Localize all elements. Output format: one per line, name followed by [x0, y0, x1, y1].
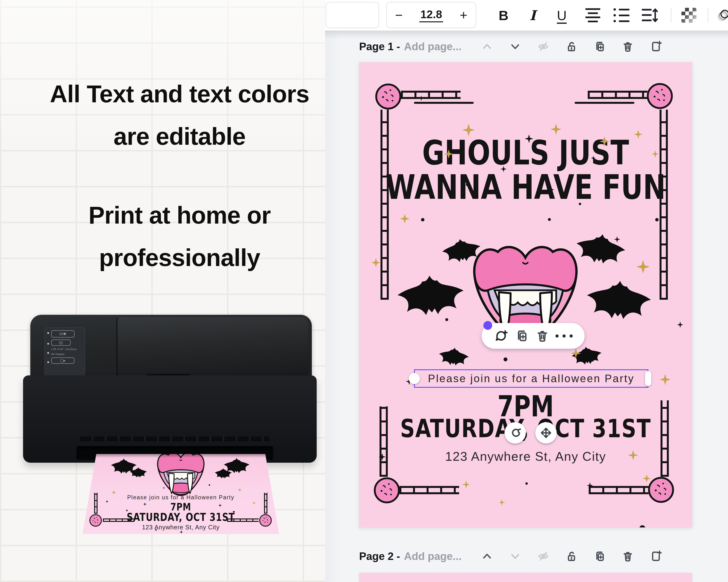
invitation-date[interactable]: SATURDAY, OCT 31ST [359, 414, 692, 443]
printer-pause-button: ▯▯ [51, 339, 71, 346]
element-actions-toolbar [482, 323, 584, 349]
ladder-decoration [589, 486, 648, 494]
dot-decoration [655, 218, 658, 221]
dot-decoration [445, 318, 448, 321]
line-decoration [575, 102, 634, 104]
transparency-button[interactable] [681, 8, 697, 23]
moon-decoration [259, 514, 272, 527]
line-decoration [414, 102, 474, 104]
selected-text-element[interactable]: Please join us for a Halloween Party [414, 369, 648, 388]
promo-headline: All Text and text colors are editable [0, 73, 359, 158]
add-page-button[interactable] [649, 40, 662, 53]
font-size-stepper[interactable]: − 12.8 + [386, 2, 476, 28]
page-2-title-input[interactable]: Add page... [404, 550, 462, 562]
font-size-increase-button[interactable]: + [460, 8, 467, 22]
font-size-decrease-button[interactable]: − [395, 8, 403, 22]
line-spacing-button[interactable] [641, 7, 658, 23]
delete-element-button[interactable] [535, 328, 550, 343]
page-2-header: Page 2 - Add page... [359, 549, 694, 564]
page-2-label: Page 2 - [359, 550, 400, 562]
page-2-canvas[interactable] [359, 573, 692, 582]
lock-page-button[interactable] [565, 40, 578, 53]
promo-panel: ⏻/◉ ▯▯ LTR 4"x6" 10x15cm A4 Hagaki ▢▸ Pl… [0, 0, 325, 582]
page-1-canvas[interactable]: GHOULS JUST WANNA HAVE FUN [359, 62, 692, 527]
animate-icon [717, 7, 728, 23]
text-align-button[interactable] [584, 7, 601, 23]
invitation-invite-line[interactable]: Please join us for a Halloween Party [428, 372, 634, 385]
printer-output-tray [80, 437, 269, 441]
font-size-value[interactable]: 12.8 [419, 8, 443, 22]
invitation-address[interactable]: 123 Anywhere St, Any City [359, 449, 692, 464]
move-page-down-button[interactable] [509, 550, 522, 563]
delete-page-button[interactable] [621, 40, 634, 53]
rotate-handle[interactable] [504, 422, 526, 444]
dot-decoration [591, 359, 594, 362]
printer-power-button: ⏻/◉ [51, 330, 75, 337]
add-page-button[interactable] [649, 550, 662, 563]
sparkle-decoration [636, 260, 650, 274]
move-page-down-button[interactable] [509, 40, 522, 53]
move-page-up-button[interactable] [480, 550, 494, 563]
move-page-up-button[interactable] [480, 40, 494, 53]
sparkle-decoration [238, 488, 242, 492]
bat-icon [436, 344, 472, 368]
delete-page-button[interactable] [621, 550, 634, 563]
ladder-decoration [264, 493, 267, 514]
sparkle-decoration [677, 322, 683, 328]
font-family-field[interactable] [326, 2, 379, 28]
moon-decoration [648, 477, 674, 503]
italic-button[interactable]: I [522, 6, 543, 25]
dot-decoration [579, 203, 581, 205]
duplicate-page-button[interactable] [593, 40, 606, 53]
ladder-decoration [94, 493, 98, 514]
page-1-title-input[interactable]: Add page... [404, 40, 462, 53]
ladder-decoration [399, 486, 459, 494]
resize-handle-left[interactable] [409, 373, 420, 384]
ladder-decoration [227, 519, 259, 522]
sparkle-decoration [659, 374, 671, 385]
printer-led [47, 352, 49, 354]
toolbar-divider [708, 8, 708, 23]
promo-subheadline: Print at home or professionally [0, 194, 359, 279]
dot-decoration [525, 482, 528, 485]
moon-decoration [647, 83, 673, 109]
bat-icon [392, 270, 470, 320]
promo-headline-line1: All Text and text colors [0, 73, 359, 115]
ladder-decoration [588, 91, 647, 99]
hide-page-button[interactable] [537, 550, 550, 563]
bold-button[interactable]: B [493, 6, 514, 25]
duplicate-element-button[interactable] [514, 328, 529, 343]
printer-top-lid: ⏻/◉ ▯▯ LTR 4"x6" 10x15cm A4 Hagaki ▢▸ [30, 315, 312, 380]
trash-icon [535, 328, 550, 343]
sparkle-decoration [371, 258, 381, 267]
bat-icon [129, 467, 148, 478]
dot-decoration [233, 511, 235, 512]
dot-decoration [503, 357, 508, 361]
comment-button[interactable] [494, 328, 509, 343]
bullet-list-button[interactable] [614, 7, 630, 23]
collaborator-dot [484, 321, 492, 330]
duplicate-icon [514, 328, 529, 343]
bat-icon [581, 275, 657, 324]
move-icon [539, 426, 553, 440]
invitation-title-line2[interactable]: WANNA HAVE FUN [359, 165, 692, 210]
design-editor: − 12.8 + B I U [325, 0, 728, 582]
lock-page-button[interactable] [565, 550, 578, 563]
dot-decoration [421, 218, 424, 221]
animate-button[interactable]: A [717, 6, 728, 24]
printer-panel-label: LTR 4"x6" 10x15cm [51, 348, 82, 351]
underline-button[interactable]: U [551, 6, 572, 25]
resize-handle-right[interactable] [645, 371, 651, 386]
printed-invitation-sheet: Please join us for a Halloween Party 7PM… [82, 454, 279, 534]
sheet-address: 123 Anywhere St, Any City [82, 524, 279, 531]
printer-body [23, 376, 317, 463]
duplicate-page-button[interactable] [593, 550, 606, 563]
promo-subline-line1: Print at home or [0, 194, 359, 237]
printer-led [47, 332, 49, 334]
more-options-button[interactable] [555, 334, 573, 337]
dot-decoration [548, 218, 551, 221]
move-handle[interactable] [535, 422, 557, 444]
printer-resume-button: ▢▸ [51, 357, 75, 364]
hide-page-button[interactable] [537, 40, 550, 53]
dot-decoration [466, 183, 469, 186]
